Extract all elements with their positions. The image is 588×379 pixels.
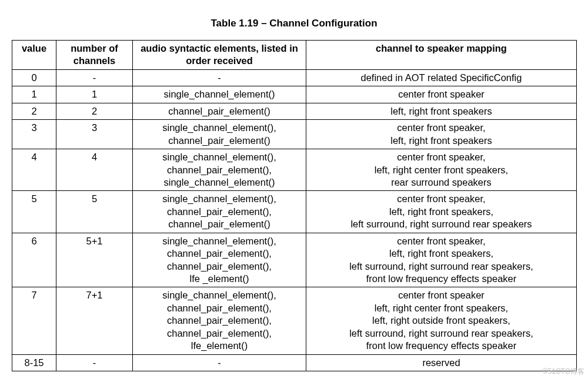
cell-elements: single_channel_element(),channel_pair_el…	[133, 191, 306, 233]
cell-elements: single_channel_element(),channel_pair_el…	[133, 233, 306, 287]
table-row: 65+1single_channel_element(),channel_pai…	[12, 233, 577, 287]
cell-value: 6	[12, 233, 56, 287]
col-header-channels: number of channels	[56, 41, 133, 70]
col-header-value: value	[12, 41, 56, 70]
cell-mapping: center front speaker,left, right center …	[306, 149, 577, 191]
table-header-row: value number of channels audio syntactic…	[12, 41, 577, 70]
cell-value: 8-15	[12, 354, 56, 371]
cell-mapping: center front speaker,left, right front s…	[306, 233, 577, 287]
table-caption: Table 1.19 – Channel Configuration	[12, 18, 576, 29]
cell-channels: 5+1	[56, 233, 133, 287]
cell-value: 1	[12, 86, 56, 103]
table-row: 77+1single_channel_element(),channel_pai…	[12, 287, 577, 354]
cell-elements: single_channel_element(),channel_pair_el…	[133, 149, 306, 191]
cell-channels: 2	[56, 103, 133, 119]
cell-elements: single_channel_element(),channel_pair_el…	[133, 120, 306, 149]
cell-mapping: defined in AOT related SpecificConfig	[306, 69, 577, 86]
cell-value: 5	[12, 191, 56, 233]
cell-value: 4	[12, 149, 56, 191]
cell-channels: 1	[56, 86, 133, 103]
cell-channels: 7+1	[56, 287, 133, 354]
cell-elements: -	[133, 69, 306, 86]
cell-elements: channel_pair_element()	[133, 103, 306, 119]
table-row: 0--defined in AOT related SpecificConfig	[12, 69, 577, 86]
col-header-elements: audio syntactic elements, listed in orde…	[133, 41, 306, 70]
cell-elements: single_channel_element(),channel_pair_el…	[133, 287, 306, 354]
cell-channels: -	[56, 354, 133, 371]
watermark: ©51CTO博客	[543, 367, 584, 377]
cell-value: 2	[12, 103, 56, 119]
table-row: 22channel_pair_element()left, right fron…	[12, 103, 577, 119]
table-row: 44single_channel_element(),channel_pair_…	[12, 149, 577, 191]
cell-mapping: center front speaker,left, right front s…	[306, 191, 577, 233]
table-row: 8-15--reserved	[12, 354, 577, 371]
table-row: 33single_channel_element(),channel_pair_…	[12, 120, 577, 149]
cell-value: 0	[12, 69, 56, 86]
cell-value: 3	[12, 120, 56, 149]
cell-channels: -	[56, 69, 133, 86]
cell-mapping: reserved	[306, 354, 577, 371]
cell-mapping: center front speaker	[306, 86, 577, 103]
cell-channels: 3	[56, 120, 133, 149]
cell-channels: 5	[56, 191, 133, 233]
cell-mapping: center front speakerleft, right center f…	[306, 287, 577, 354]
cell-value: 7	[12, 287, 56, 354]
cell-mapping: center front speaker,left, right front s…	[306, 120, 577, 149]
col-header-mapping: channel to speaker mapping	[306, 41, 577, 70]
cell-mapping: left, right front speakers	[306, 103, 577, 119]
cell-elements: -	[133, 354, 306, 371]
channel-config-table: value number of channels audio syntactic…	[12, 40, 577, 371]
table-row: 11single_channel_element()center front s…	[12, 86, 577, 103]
cell-channels: 4	[56, 149, 133, 191]
table-row: 55single_channel_element(),channel_pair_…	[12, 191, 577, 233]
cell-elements: single_channel_element()	[133, 86, 306, 103]
